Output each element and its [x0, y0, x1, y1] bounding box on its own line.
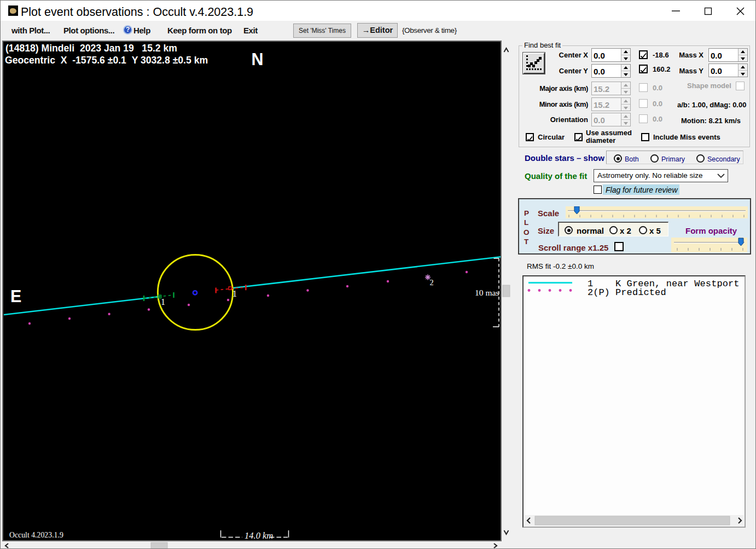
svg-text:Predicted: Predicted [615, 287, 666, 298]
svg-text:N: N [252, 50, 264, 68]
svg-text:2(P): 2(P) [588, 287, 610, 298]
svg-text:14.0 km: 14.0 km [245, 530, 273, 540]
svg-text:(14818) Mindeli 2023 Jan 19: (14818) Mindeli 2023 Jan 19 15.2 km [5, 43, 177, 54]
svg-text:Geocentric X -1575.6 ±0.1 Y: Geocentric X -1575.6 ±0.1 Y 3032.8 ±0.5 … [5, 55, 208, 66]
svg-text:10 mas: 10 mas [475, 288, 499, 297]
svg-text:Occult 4.2023.1.9: Occult 4.2023.1.9 [9, 531, 63, 539]
svg-text:1: 1 [161, 297, 165, 307]
svg-text:E: E [10, 287, 21, 305]
svg-text:2: 2 [430, 278, 434, 287]
svg-text:1: 1 [232, 289, 237, 298]
